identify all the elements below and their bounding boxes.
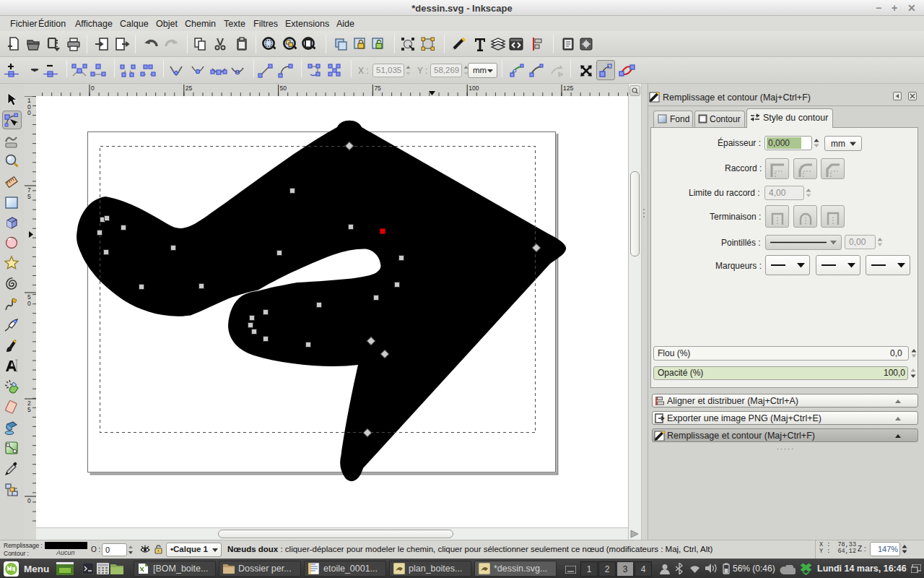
svg-text:50: 50 — [280, 85, 287, 92]
svg-text:5: 5 — [27, 193, 31, 200]
svg-text:0: 0 — [27, 497, 31, 504]
svg-text:75: 75 — [374, 85, 381, 92]
svg-text:25: 25 — [186, 85, 193, 92]
svg-text:0: 0 — [91, 85, 95, 92]
svg-text:5: 5 — [27, 406, 31, 413]
svg-text:125: 125 — [563, 85, 573, 92]
svg-text:0: 0 — [27, 300, 31, 307]
svg-text:100: 100 — [468, 85, 479, 92]
svg-text:0: 0 — [27, 109, 31, 116]
